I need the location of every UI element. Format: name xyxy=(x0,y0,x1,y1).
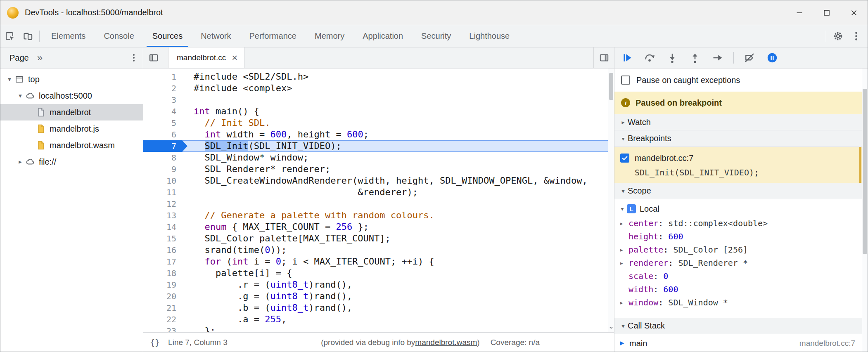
tab-performance[interactable]: Performance xyxy=(240,25,306,47)
line-number[interactable]: 19 xyxy=(143,279,182,291)
tree-item-mandelbrot[interactable]: mandelbrot xyxy=(0,104,143,120)
step-out-button[interactable] xyxy=(688,50,702,65)
line-number[interactable]: 2 xyxy=(143,83,182,94)
tree-item-mandelbrot-wasm[interactable]: mandelbrot.wasm xyxy=(0,137,143,154)
code-text[interactable]: SDL_Renderer* renderer; xyxy=(182,163,614,175)
resume-button[interactable] xyxy=(619,50,634,65)
tab-elements[interactable]: Elements xyxy=(42,25,95,47)
line-number[interactable]: 7 xyxy=(143,140,182,152)
step-into-button[interactable] xyxy=(665,50,680,65)
scroll-down-button[interactable] xyxy=(608,325,614,331)
tree-item-localhost-5000[interactable]: ▾localhost:5000 xyxy=(0,87,143,104)
breakpoint-checkbox[interactable] xyxy=(620,154,629,163)
line-number[interactable]: 14 xyxy=(143,221,182,233)
code-text[interactable]: enum { MAX_ITER_COUNT = 256 }; xyxy=(182,221,614,233)
device-toolbar-button[interactable] xyxy=(19,25,37,47)
line-number[interactable]: 12 xyxy=(143,198,182,210)
tab-memory[interactable]: Memory xyxy=(306,25,353,47)
tab-console[interactable]: Console xyxy=(95,25,143,47)
deactivate-breakpoints-button[interactable] xyxy=(742,50,757,65)
inspect-element-button[interactable] xyxy=(0,25,19,47)
code-text[interactable]: palette[i] = { xyxy=(182,267,614,279)
pause-on-exceptions-button[interactable] xyxy=(765,50,780,65)
toggle-debugger-sidebar-button[interactable] xyxy=(593,47,614,68)
line-number[interactable]: 8 xyxy=(143,152,182,163)
line-number[interactable]: 3 xyxy=(143,94,182,106)
code-text[interactable]: SDL_Color palette[MAX_ITER_COUNT]; xyxy=(182,233,614,244)
code-text[interactable] xyxy=(182,198,614,210)
toggle-navigator-button[interactable] xyxy=(143,47,164,68)
settings-button[interactable] xyxy=(829,25,847,47)
line-number[interactable]: 18 xyxy=(143,267,182,279)
line-number[interactable]: 5 xyxy=(143,117,182,129)
tab-application[interactable]: Application xyxy=(353,25,412,47)
line-number[interactable]: 16 xyxy=(143,244,182,256)
line-number[interactable]: 9 xyxy=(143,163,182,175)
line-number[interactable]: 17 xyxy=(143,256,182,267)
navigator-menu-button[interactable] xyxy=(125,47,143,68)
minimize-button[interactable] xyxy=(786,0,813,25)
tree-item-top[interactable]: ▾top xyxy=(0,71,143,87)
wasm-link[interactable]: mandelbrot.wasm xyxy=(415,338,477,347)
tree-item-mandelbrot-js[interactable]: mandelbrot.js xyxy=(0,120,143,137)
call-stack-frame[interactable]: mainmandelbrot.cc:7 xyxy=(614,334,868,352)
line-number[interactable]: 21 xyxy=(143,302,182,314)
scope-local-row[interactable]: ▾ L Local xyxy=(614,201,868,217)
code-text[interactable]: .b = (uint8_t)rand(), xyxy=(182,302,614,314)
editor-scrollbar[interactable] xyxy=(608,69,614,332)
section-call-stack[interactable]: ▾ Call Stack xyxy=(614,318,868,334)
code-text[interactable]: .g = (uint8_t)rand(), xyxy=(182,291,614,302)
line-number[interactable]: 22 xyxy=(143,314,182,325)
code-text[interactable] xyxy=(182,94,614,106)
tab-network[interactable]: Network xyxy=(192,25,240,47)
close-tab-icon[interactable]: × xyxy=(232,53,237,63)
line-number[interactable]: 11 xyxy=(143,187,182,198)
code-text[interactable]: SDL_Window* window; xyxy=(182,152,614,163)
step-over-button[interactable] xyxy=(642,50,657,65)
code-editor[interactable]: 1#include <SDL2/SDL.h>2#include <complex… xyxy=(143,69,614,332)
section-breakpoints[interactable]: ▾ Breakpoints xyxy=(614,130,868,147)
line-number[interactable]: 10 xyxy=(143,175,182,187)
code-text[interactable]: &renderer); xyxy=(182,187,614,198)
scope-var-palette[interactable]: ▸palette: SDL_Color [256] xyxy=(614,243,868,256)
line-number[interactable]: 20 xyxy=(143,291,182,302)
tab-lighthouse[interactable]: Lighthouse xyxy=(460,25,519,47)
scope-var-center[interactable]: ▸center: std::complex<double> xyxy=(614,217,868,230)
code-text[interactable]: .r = (uint8_t)rand(), xyxy=(182,279,614,291)
close-button[interactable] xyxy=(840,0,868,25)
scrollbar-thumb[interactable] xyxy=(609,73,613,100)
code-text[interactable]: SDL_CreateWindowAndRenderer(width, heigh… xyxy=(182,175,614,187)
tab-sources[interactable]: Sources xyxy=(143,25,192,47)
code-text[interactable]: }; xyxy=(182,325,614,332)
step-button[interactable] xyxy=(710,50,725,65)
breakpoint-entry[interactable]: mandelbrot.cc:7 SDL_Init(SDL_INIT_VIDEO)… xyxy=(614,147,868,183)
line-number[interactable]: 15 xyxy=(143,233,182,244)
pause-on-caught-checkbox[interactable] xyxy=(621,76,630,85)
scope-var-window[interactable]: ▸window: SDL_Window * xyxy=(614,296,868,309)
scrollbar-thumb[interactable] xyxy=(863,89,867,254)
code-text[interactable]: #include <complex> xyxy=(182,83,614,94)
tab-page[interactable]: Page xyxy=(9,53,29,63)
code-text[interactable]: // Init SDL. xyxy=(182,117,614,129)
line-number[interactable]: 1 xyxy=(143,71,182,83)
code-text[interactable]: // Generate a palette with random colour… xyxy=(182,210,614,221)
maximize-button[interactable] xyxy=(813,0,840,25)
more-options-button[interactable] xyxy=(847,25,865,47)
line-number[interactable]: 6 xyxy=(143,129,182,140)
code-text[interactable]: .a = 255, xyxy=(182,314,614,325)
code-text[interactable]: #include <SDL2/SDL.h> xyxy=(182,71,614,83)
tab-security[interactable]: Security xyxy=(412,25,460,47)
code-text[interactable]: for (int i = 0; i < MAX_ITER_COUNT; ++i)… xyxy=(182,256,614,267)
code-text[interactable]: int width = 600, height = 600; xyxy=(182,129,614,140)
panel-scrollbar[interactable] xyxy=(862,69,868,352)
line-number[interactable]: 23 xyxy=(143,325,182,332)
tree-item-file[interactable]: ▸file:// xyxy=(0,154,143,170)
scope-var-renderer[interactable]: ▸renderer: SDL_Renderer * xyxy=(614,256,868,269)
section-watch[interactable]: ▸ Watch xyxy=(614,114,868,130)
line-number[interactable]: 4 xyxy=(143,106,182,117)
editor-tab-mandelbrot-cc[interactable]: mandelbrot.cc × xyxy=(168,47,244,68)
format-code-button[interactable]: {} xyxy=(150,338,160,347)
line-number[interactable]: 13 xyxy=(143,210,182,221)
section-scope[interactable]: ▾ Scope xyxy=(614,183,868,199)
code-text[interactable]: srand(time(0)); xyxy=(182,244,614,256)
